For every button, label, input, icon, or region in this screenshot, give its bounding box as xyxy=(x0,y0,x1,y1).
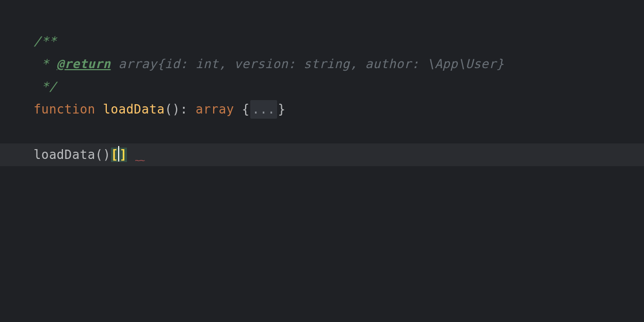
brace-open: { xyxy=(242,102,250,117)
code-line-4[interactable]: function loadData(): array {...} xyxy=(0,98,644,121)
bracket-close-highlight: ] xyxy=(119,148,127,162)
code-line-2[interactable]: * @return array{id: int, version: string… xyxy=(0,53,644,75)
code-editor[interactable]: /** * @return array{id: int, version: st… xyxy=(0,0,644,322)
doctag-return: @return xyxy=(57,57,111,71)
space xyxy=(127,148,135,162)
docblock-star: * xyxy=(34,57,57,71)
docblock-close: */ xyxy=(34,79,57,94)
docblock-open: /** xyxy=(34,34,57,49)
code-line-1[interactable]: /** xyxy=(0,30,644,53)
code-line-5-blank[interactable] xyxy=(0,121,644,143)
error-squiggle-icon: ~~ xyxy=(135,155,144,166)
parens: () xyxy=(165,102,180,117)
code-line-6-current[interactable]: loadData()[] ~~ xyxy=(0,143,644,166)
space xyxy=(95,102,103,117)
function-name: loadData xyxy=(103,102,165,117)
code-line-3[interactable]: */ xyxy=(0,75,644,98)
bracket-open-highlight: [ xyxy=(111,148,119,162)
keyword-function: function xyxy=(34,102,95,117)
return-type: array xyxy=(196,102,234,117)
fold-indicator-icon[interactable]: ... xyxy=(250,100,278,119)
colon: : xyxy=(180,102,196,117)
function-call: loadData() xyxy=(34,148,111,162)
brace-close: } xyxy=(278,102,285,117)
space xyxy=(234,102,242,117)
docblock-type-annotation: array{id: int, version: string, author: … xyxy=(111,57,504,71)
